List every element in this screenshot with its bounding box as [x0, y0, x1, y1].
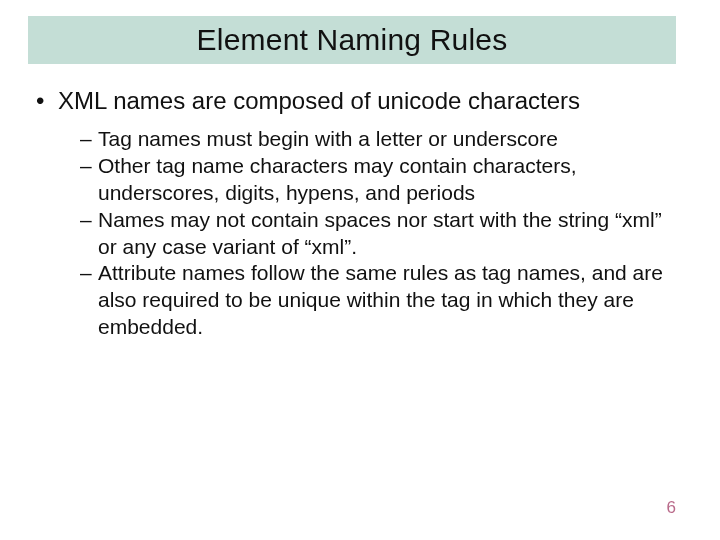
list-item: Other tag name characters may contain ch… [80, 153, 676, 207]
list-item: Names may not contain spaces nor start w… [80, 207, 676, 261]
sub-bullet-text: Other tag name characters may contain ch… [98, 154, 577, 204]
bullet-text: XML names are composed of unicode charac… [58, 87, 580, 114]
sub-bullet-text: Attribute names follow the same rules as… [98, 261, 663, 338]
list-item: Tag names must begin with a letter or un… [80, 126, 676, 153]
page-number: 6 [667, 498, 676, 518]
bullet-list: XML names are composed of unicode charac… [30, 86, 676, 341]
title-bar: Element Naming Rules [28, 16, 676, 64]
list-item: Attribute names follow the same rules as… [80, 260, 676, 341]
sub-bullet-list: Tag names must begin with a letter or un… [58, 126, 676, 341]
sub-bullet-text: Tag names must begin with a letter or un… [98, 127, 558, 150]
slide-title: Element Naming Rules [197, 23, 508, 57]
sub-bullet-text: Names may not contain spaces nor start w… [98, 208, 662, 258]
slide-content: XML names are composed of unicode charac… [30, 86, 676, 341]
list-item: XML names are composed of unicode charac… [30, 86, 676, 341]
